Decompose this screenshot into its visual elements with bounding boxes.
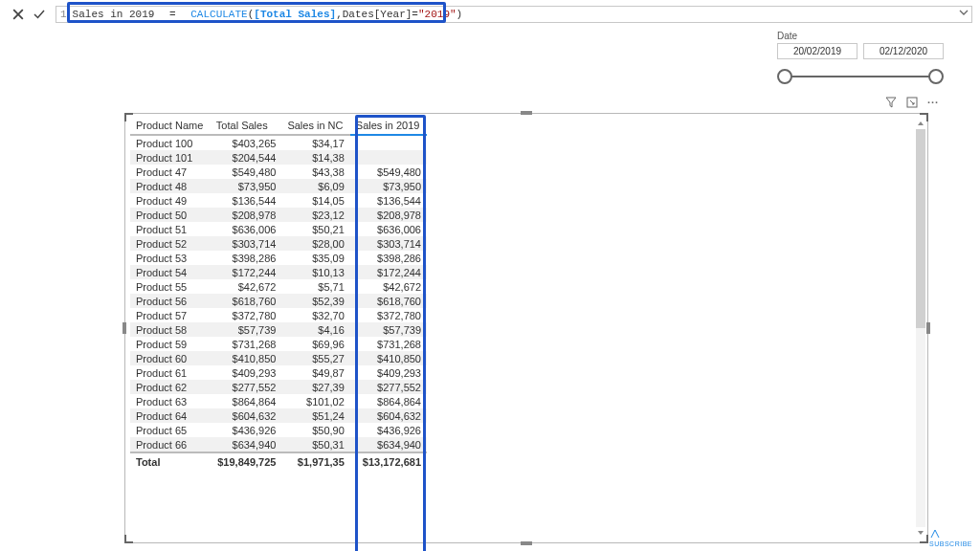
focus-mode-icon[interactable]	[905, 96, 919, 109]
table-row[interactable]: Product 66$634,940$50,31$634,940	[130, 437, 427, 452]
date-slider-handle-left[interactable]	[777, 69, 792, 84]
resize-handle-left[interactable]	[122, 322, 126, 334]
table-row[interactable]: Product 101$204,544$14,38	[130, 150, 427, 165]
subscribe-watermark: SUBSCRIBE	[929, 528, 972, 547]
resize-handle-bottom[interactable]	[521, 541, 532, 545]
table-row[interactable]: Product 59$731,268$69,96$731,268	[130, 337, 427, 351]
table-row[interactable]: Product 47$549,480$43,38$549,480	[130, 165, 427, 179]
date-slider-handle-right[interactable]	[928, 69, 944, 84]
table-row[interactable]: Product 49$136,544$14,05$136,544	[130, 193, 427, 208]
filter-icon[interactable]	[884, 96, 898, 109]
table-header[interactable]: Sales in 2019	[350, 117, 427, 135]
table-header[interactable]: Total Sales	[211, 117, 282, 135]
table-visual[interactable]: Product NameTotal SalesSales in NCSales …	[124, 113, 928, 543]
resize-handle-top[interactable]	[521, 111, 532, 115]
table-footer-cell: $1,971,35	[281, 452, 349, 470]
formula-line-number: 1	[60, 9, 67, 20]
date-slicer-label: Date	[777, 31, 944, 41]
date-to-input[interactable]: 02/12/2020	[863, 43, 944, 59]
table-row[interactable]: Product 50$208,978$23,12$208,978	[130, 208, 427, 222]
scroll-down-button[interactable]	[916, 527, 925, 539]
table-row[interactable]: Product 62$277,552$27,39$277,552	[130, 380, 427, 394]
table-footer-cell: Total	[130, 452, 211, 470]
table-row[interactable]: Product 63$864,864$101,02$864,864	[130, 394, 427, 408]
resize-handle-bl[interactable]	[124, 534, 134, 543]
date-slider-track[interactable]	[777, 67, 944, 86]
table-header[interactable]: Product Name	[130, 117, 211, 135]
table-footer-cell: $13,172,681	[350, 452, 427, 470]
formula-cancel-button[interactable]	[8, 6, 29, 23]
table-row[interactable]: Product 60$410,850$55,27$410,850	[130, 351, 427, 365]
table-row[interactable]: Product 100$403,265$34,17	[130, 135, 427, 150]
table-row[interactable]: Product 56$618,760$52,39$618,760	[130, 294, 427, 308]
more-options-icon[interactable]: ···	[926, 96, 940, 109]
formula-measure-name: Sales in 2019	[73, 9, 155, 20]
data-table: Product NameTotal SalesSales in NCSales …	[130, 117, 427, 470]
resize-handle-right[interactable]	[926, 322, 930, 334]
scroll-up-button[interactable]	[916, 118, 925, 129]
table-row[interactable]: Product 57$372,780$32,70$372,780	[130, 308, 427, 322]
formula-bar-expand-button[interactable]	[957, 6, 970, 19]
table-row[interactable]: Product 54$172,244$10,13$172,244	[130, 265, 427, 279]
date-from-input[interactable]: 20/02/2019	[777, 43, 858, 59]
formula-bar-input[interactable]: 1 Sales in 2019 = CALCULATE ( [Total Sal…	[56, 6, 972, 23]
date-slicer: Date 20/02/2019 02/12/2020	[777, 31, 944, 86]
vertical-scrollbar[interactable]	[916, 118, 925, 539]
table-row[interactable]: Product 51$636,006$50,21$636,006	[130, 222, 427, 236]
table-row[interactable]: Product 52$303,714$28,00$303,714	[130, 236, 427, 251]
table-row[interactable]: Product 64$604,632$51,24$604,632	[130, 408, 427, 423]
scrollbar-thumb[interactable]	[916, 129, 925, 328]
table-row[interactable]: Product 61$409,293$49,87$409,293	[130, 365, 427, 380]
table-row[interactable]: Product 65$436,926$50,90$436,926	[130, 423, 427, 437]
table-footer-cell: $19,849,725	[211, 452, 282, 470]
table-row[interactable]: Product 58$57,739$4,16$57,739	[130, 322, 427, 337]
table-header[interactable]: Sales in NC	[281, 117, 349, 135]
table-row[interactable]: Product 53$398,286$35,09$398,286	[130, 251, 427, 265]
table-row[interactable]: Product 55$42,672$5,71$42,672	[130, 279, 427, 294]
formula-function: CALCULATE	[190, 9, 247, 20]
table-row[interactable]: Product 48$73,950$6,09$73,950	[130, 179, 427, 193]
formula-commit-button[interactable]	[29, 6, 50, 23]
